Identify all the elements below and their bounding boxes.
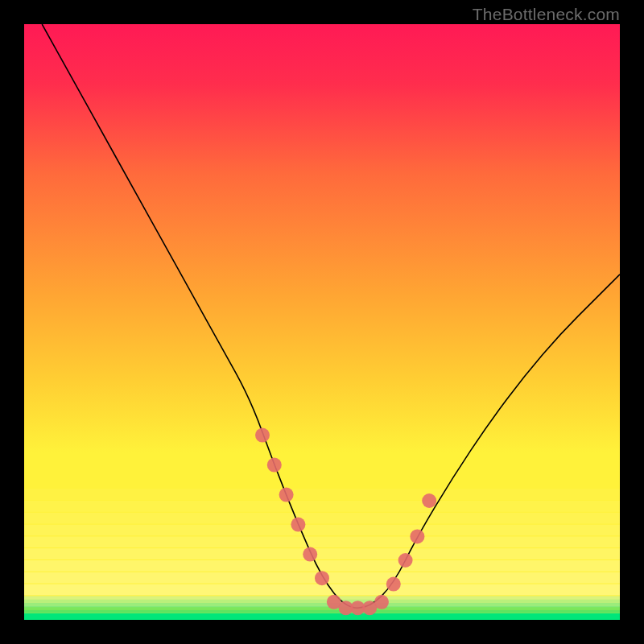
marker-dot	[315, 571, 329, 585]
svg-rect-5	[24, 548, 620, 559]
chart-svg	[24, 24, 620, 620]
marker-dot	[267, 458, 282, 473]
marker-dot	[422, 493, 436, 508]
marker-dot	[386, 577, 401, 592]
svg-rect-1	[24, 501, 620, 512]
marker-dot	[255, 428, 270, 443]
svg-rect-18	[24, 613, 620, 620]
svg-rect-11	[24, 600, 620, 603]
svg-rect-4	[24, 536, 620, 547]
svg-rect-0	[24, 489, 620, 500]
plot-area	[24, 24, 620, 620]
watermark-text: TheBottleneck.com	[473, 5, 620, 24]
svg-rect-13	[24, 606, 620, 609]
marker-dot	[410, 529, 424, 543]
svg-rect-10	[24, 596, 620, 599]
svg-rect-14	[24, 609, 620, 613]
svg-rect-8	[24, 584, 620, 596]
green-base-band	[24, 596, 620, 620]
marker-dot	[279, 488, 294, 502]
svg-rect-3	[24, 525, 620, 536]
marker-dot	[291, 518, 305, 532]
marker-dot	[398, 553, 413, 568]
chart-frame: TheBottleneck.com	[0, 0, 644, 644]
svg-rect-12	[24, 603, 620, 606]
marker-dot	[303, 547, 317, 562]
svg-rect-6	[24, 560, 620, 572]
marker-dot	[374, 595, 389, 609]
svg-rect-2	[24, 513, 620, 524]
